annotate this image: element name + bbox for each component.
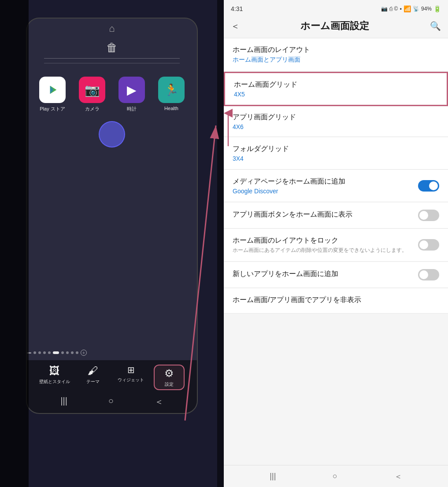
app-item-extra (96, 121, 127, 148)
app-icon-extra (99, 121, 125, 148)
status-time: 4:31 (231, 5, 243, 12)
app-label-play: Play ストア (40, 106, 65, 112)
nav-back[interactable]: ＜ (155, 396, 163, 408)
settings-title: ホーム画面設定 (300, 19, 369, 33)
theme-icon: 🖌 (88, 365, 98, 377)
camera-status-icon: 📷 (381, 6, 388, 12)
settings-item-home-grid-title: ホーム画面グリッド (234, 80, 438, 89)
nav-home-right[interactable]: ○ (333, 472, 337, 481)
settings-item-layout[interactable]: ホーム画面のレイアウト ホーム画面とアプリ画面 (224, 38, 448, 71)
widget-label: ウィジェット (118, 377, 144, 383)
bottom-item-widget[interactable]: ⊞ ウィジェット (115, 365, 146, 390)
settings-list: ホーム画面のレイアウト ホーム画面とアプリ画面 ホーム画面グリッド 4X5 アプ… (224, 38, 448, 465)
app-item-clock[interactable]: ▶ 時計 (116, 77, 147, 112)
trash-area: 🗑 (44, 41, 180, 63)
home-icon: ⌂ (109, 23, 115, 34)
signal-icon: 📡 (413, 6, 419, 12)
battery-percent: 94% (421, 6, 432, 12)
app-label-clock: 時計 (127, 106, 137, 112)
add-page-dot[interactable]: + (81, 350, 87, 356)
settings-header: ＜ ホーム画面設定 🔍 (224, 16, 448, 38)
lock-layout-toggle[interactable] (418, 239, 439, 251)
settings-icon: ⚙ (164, 367, 174, 380)
settings-item-hide-apps[interactable]: ホーム画面/アプリ画面でアプリを非表示 (224, 288, 448, 314)
nav-recents[interactable]: ||| (60, 396, 67, 408)
theme-label: テーマ (86, 379, 100, 385)
wallpaper-icon: 🖼 (49, 365, 60, 377)
settings-item-app-grid[interactable]: アプリ画面グリッド 4X6 (224, 107, 448, 137)
settings-item-app-button-title: アプリ画面ボタンをホーム画面に表示 (233, 210, 414, 219)
settings-item-folder-grid-title: フォルダグリッド (233, 144, 439, 154)
screen-status-icon: ⎙ (389, 6, 392, 12)
phone-top-bar: ⌂ (27, 18, 197, 37)
status-bar: 4:31 📷 ⎙ © • 📶 📡 94% 🔋 (224, 0, 448, 16)
settings-item-lock-layout[interactable]: ホーム画面のレイアウトをロック ホーム画面にあるアイテムの削除や位置の変更をでき… (224, 229, 448, 262)
dot-icon: • (400, 6, 402, 12)
settings-item-add-new-apps-text: 新しいアプリをホーム画面に追加 (233, 269, 418, 280)
nav-home[interactable]: ○ (108, 396, 114, 408)
settings-label: 設定 (165, 381, 174, 387)
app-grid: Play ストア 📷 カメラ ▶ 時計 🏃 He (27, 63, 197, 161)
settings-item-lock-layout-subtitle: ホーム画面にあるアイテムの削除や位置の変更をできないようにします。 (233, 247, 414, 254)
bottom-icons: 🖼 壁紙とスタイル 🖌 テーマ ⊞ ウィジェット ⚙ 設定 (27, 360, 197, 390)
settings-item-app-grid-subtitle: 4X6 (233, 123, 439, 130)
media-page-toggle[interactable] (418, 180, 439, 192)
app-icon-clock: ▶ (118, 77, 145, 103)
search-button[interactable]: 🔍 (430, 21, 441, 31)
app-button-toggle[interactable] (418, 210, 439, 221)
status-icons: 📷 ⎙ © • 📶 📡 94% 🔋 (381, 5, 441, 12)
bottom-item-theme[interactable]: 🖌 テーマ (78, 365, 108, 390)
app-item-play[interactable]: Play ストア (37, 77, 68, 112)
left-panel: ⌂ 🗑 Play ストア 📷 (0, 0, 224, 487)
right-panel: 4:31 📷 ⎙ © • 📶 📡 94% 🔋 ＜ ホーム画面設定 🔍 ホーム画面… (224, 0, 448, 487)
settings-item-media-page-title: メディアページをホーム画面に追加 (233, 177, 414, 186)
page-dots: + (27, 350, 87, 356)
settings-item-folder-grid[interactable]: フォルダグリッド 3X4 (224, 137, 448, 170)
app-label-health: Health (164, 106, 178, 111)
settings-item-app-grid-title: アプリ画面グリッド (233, 113, 439, 122)
settings-item-layout-title: ホーム画面のレイアウト (233, 45, 439, 55)
app-item-camera[interactable]: 📷 カメラ (77, 77, 107, 112)
battery-icon: 🔋 (433, 5, 441, 12)
wifi-icon: 📶 (404, 5, 411, 12)
settings-item-media-page-subtitle: Google Discover (233, 188, 414, 195)
settings-item-add-new-apps[interactable]: 新しいアプリをホーム画面に追加 (224, 262, 448, 288)
bottom-item-settings[interactable]: ⚙ 設定 (154, 365, 185, 390)
trash-icon: 🗑 (106, 41, 118, 55)
settings-item-media-page-text: メディアページをホーム画面に追加 Google Discover (233, 177, 418, 195)
app-icon-camera: 📷 (79, 77, 105, 103)
settings-item-folder-grid-subtitle: 3X4 (233, 155, 439, 162)
bottom-nav-right: ||| ○ ＜ (224, 465, 448, 487)
widget-icon: ⊞ (127, 365, 135, 375)
nav-recents-right[interactable]: ||| (270, 472, 276, 481)
app-label-camera: カメラ (85, 106, 100, 112)
settings-item-app-button[interactable]: アプリ画面ボタンをホーム画面に表示 (224, 203, 448, 229)
settings-item-lock-layout-title: ホーム画面のレイアウトをロック (233, 236, 414, 245)
screen-record-icon: © (394, 6, 398, 12)
settings-item-app-button-text: アプリ画面ボタンをホーム画面に表示 (233, 210, 418, 221)
bottom-bar: 🖼 壁紙とスタイル 🖌 テーマ ⊞ ウィジェット ⚙ 設定 (27, 360, 197, 413)
wallpaper-label: 壁紙とスタイル (39, 379, 70, 385)
bottom-item-wallpaper[interactable]: 🖼 壁紙とスタイル (39, 365, 70, 390)
bottom-nav-left: ||| ○ ＜ (27, 392, 197, 410)
add-new-apps-toggle[interactable] (418, 269, 439, 280)
back-button[interactable]: ＜ (231, 20, 240, 32)
app-icon-health: 🏃 (158, 77, 185, 103)
settings-item-home-grid[interactable]: ホーム画面グリッド 4X5 (224, 72, 448, 106)
app-item-health[interactable]: 🏃 Health (156, 77, 187, 112)
settings-item-layout-subtitle: ホーム画面とアプリ画面 (233, 56, 439, 64)
settings-item-media-page[interactable]: メディアページをホーム画面に追加 Google Discover (224, 170, 448, 202)
settings-item-hide-apps-title: ホーム画面/アプリ画面でアプリを非表示 (233, 295, 439, 305)
settings-item-home-grid-subtitle: 4X5 (234, 91, 438, 98)
app-icon-play (39, 77, 66, 103)
settings-item-lock-layout-text: ホーム画面のレイアウトをロック ホーム画面にあるアイテムの削除や位置の変更をでき… (233, 236, 418, 254)
nav-back-right[interactable]: ＜ (394, 471, 402, 482)
phone-frame: ⌂ 🗑 Play ストア 📷 (26, 18, 198, 414)
settings-item-add-new-apps-title: 新しいアプリをホーム画面に追加 (233, 269, 414, 279)
